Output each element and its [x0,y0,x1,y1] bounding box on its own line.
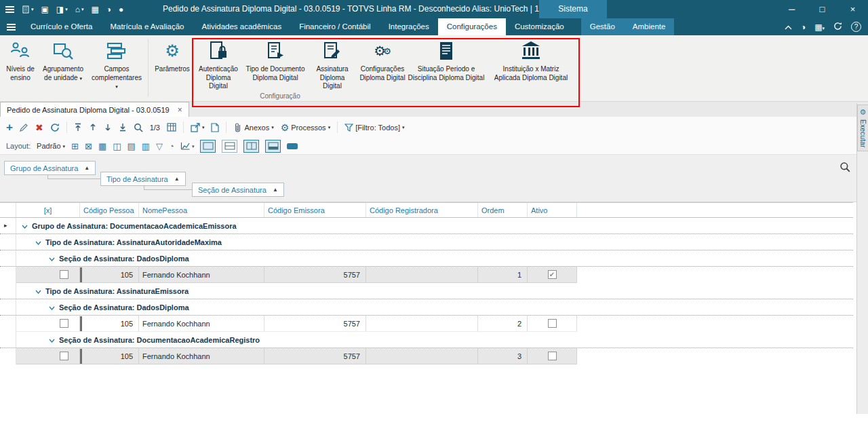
totvs-logo-icon[interactable]: ◑ [801,22,806,32]
tab-gestao[interactable]: Gestão [581,18,624,35]
panels-layout-icon[interactable]: ▦▾ [814,22,825,32]
cell-codigo-emissora[interactable]: 5757 [264,348,366,364]
table-row[interactable]: 105 Fernando Kochhann 5757 3 [0,348,853,364]
collapse-group-icon[interactable] [49,303,55,312]
row-select-cell[interactable] [16,316,80,332]
executar-panel-tab[interactable]: ⚙ Executar [857,105,868,151]
ribbon-button-agrupamento-unidade[interactable]: Agrupamento de unidade ▾ [39,39,87,82]
previous-record-button[interactable] [89,123,97,132]
system-menu-icon[interactable] [0,18,22,35]
column-header-nome-pessoa[interactable]: NomePessoa [139,203,264,217]
group-row[interactable]: Tipo de Assinatura: AssinaturaEmissora [0,283,853,299]
ribbon-button-situacao-periodo-disciplina[interactable]: Situação Periodo e Disciplina Diploma Di… [406,39,487,82]
column-header-codigo-emissora[interactable]: Código Emissora [264,203,366,217]
document-tab[interactable]: Pedido de Assinatura Diploma Digital - 0… [0,102,189,117]
ribbon-button-instituicao-matriz[interactable]: Instituição x Matriz Aplicada Diploma Di… [490,39,572,82]
group-row[interactable]: ▸ Grupo de Assinatura: DocumentacaoAcade… [0,218,853,234]
tab-curriculo-oferta[interactable]: Currículo e Oferta [22,18,101,35]
ribbon-button-campos-complementares[interactable]: Campos complementares ▾ [90,39,144,91]
cell-ordem[interactable]: 3 [478,348,528,364]
apps-menu-icon[interactable] [5,5,14,14]
ribbon-button-niveis-ensino[interactable]: Níveis de ensino [3,39,37,82]
group-row[interactable]: Seção de Assinatura: DadosDiploma [0,299,853,316]
group-row[interactable]: Seção de Assinatura: DadosDiploma [0,250,853,267]
sync-icon[interactable] [833,22,842,33]
group-chip-tipo-assinatura[interactable]: Tipo de Assinatura ▲ [100,172,186,186]
export-button[interactable]: ▾ [191,123,205,132]
ribbon-button-autenticacao-diploma[interactable]: Autenticação Diploma Digital [196,39,241,91]
column-header-codigo-registradora[interactable]: Código Registradora [366,203,478,217]
pie-view-icon[interactable]: ◔ [169,142,174,151]
card-view-icon[interactable] [287,143,298,149]
cell-nome-pessoa[interactable]: Fernando Kochhann [139,316,264,332]
group-chip-secao-assinatura[interactable]: Seção de Assinatura ▲ [192,183,284,197]
view-bottom-pane-button[interactable] [265,140,281,153]
collapse-group-icon[interactable] [49,255,55,263]
group-row[interactable]: Seção de Assinatura: DocumentacaoAcademi… [0,332,853,348]
cell-nome-pessoa[interactable]: Fernando Kochhann [139,348,264,364]
chart-view-button[interactable]: ▾ [180,142,195,150]
schedule-icon[interactable]: ▦ [91,5,98,14]
maximize-button[interactable]: □ [807,0,837,18]
add-layout-icon[interactable]: ⊞ [71,142,79,151]
cell-ordem[interactable]: 1 [478,267,528,283]
cell-codigo-pessoa[interactable]: 105 [80,348,139,364]
cell-ordem[interactable]: 2 [478,316,528,332]
add-record-button[interactable]: + [6,121,13,133]
delete-record-button[interactable]: ✖ [35,123,43,132]
collapse-group-icon[interactable] [35,287,41,295]
columns-layout-icon[interactable]: ▥ [142,142,150,151]
minimize-button[interactable]: ─ [776,0,807,18]
cell-ativo[interactable] [528,316,577,332]
tab-matricula-avaliacao[interactable]: Matrícula e Avaliação [101,18,193,35]
tab-integracoes[interactable]: Integrações [380,18,438,35]
home-icon[interactable]: ⌂▾ [75,5,84,14]
close-button[interactable]: × [837,0,868,18]
ribbon-button-tipo-documento-diploma[interactable]: Tipo de Documento Diploma Digital [243,39,308,82]
edit-record-button[interactable] [20,123,28,132]
split-panel-icon[interactable]: ◫ [113,142,121,151]
row-checkbox[interactable] [60,319,68,328]
column-header-ordem[interactable]: Ordem [478,203,528,217]
sort-ascending-icon[interactable]: ▲ [174,176,180,182]
theme-contrast-icon[interactable]: ◑ [106,5,111,14]
close-tab-icon[interactable]: × [178,105,182,115]
cell-ativo[interactable]: ✔ [528,267,577,283]
collapse-ribbon-icon[interactable] [785,22,792,32]
cell-codigo-registradora[interactable] [366,267,478,283]
grid-view-button[interactable] [167,123,176,132]
cell-ativo[interactable] [528,348,577,364]
status-circle-icon[interactable]: ● [119,5,123,14]
cell-nome-pessoa[interactable]: Fernando Kochhann [139,267,264,283]
layout-preset-dropdown[interactable]: Padrão ▾ [37,142,65,150]
view-split-vertical-button[interactable] [243,140,259,153]
cell-codigo-emissora[interactable]: 5757 [264,316,366,332]
column-header-codigo-pessoa[interactable]: Código Pessoa [80,203,139,217]
tab-customizacao[interactable]: Customização [506,18,573,35]
cell-codigo-registradora[interactable] [366,316,478,332]
table-row[interactable]: 105 Fernando Kochhann 5757 2 [0,316,853,332]
help-icon[interactable]: ? [851,22,861,32]
cell-codigo-registradora[interactable] [366,348,478,364]
report-button[interactable] [211,123,219,132]
group-chip-grupo-assinatura[interactable]: Grupo de Assinatura ▲ [4,161,96,175]
row-checkbox[interactable] [60,352,68,360]
tab-financeiro-contabil[interactable]: Financeiro / Contábil [290,18,379,35]
ativo-checkbox[interactable] [548,319,557,328]
documents-icon[interactable]: ▣ [41,5,49,14]
collapse-group-icon[interactable] [49,336,55,344]
collapse-group-icon[interactable] [22,222,28,230]
cell-codigo-pessoa[interactable]: 105 [80,267,139,283]
first-record-button[interactable] [74,123,82,132]
filtro-button[interactable]: [Filtro: Todos] ▾ [344,124,404,132]
refresh-button[interactable] [50,123,60,132]
row-select-cell[interactable] [16,348,80,364]
delete-layout-icon[interactable]: ⊠ [85,142,92,151]
row-checkbox[interactable] [60,270,68,279]
collapse-group-icon[interactable] [35,238,41,246]
search-record-button[interactable] [134,123,143,132]
group-row[interactable]: Tipo de Assinatura: AssinaturaAutoridade… [0,234,853,250]
rows-layout-icon[interactable]: ▤ [127,142,136,151]
organization-icon[interactable]: ▾ [22,5,34,14]
tab-atividades-academicas[interactable]: Atividades acadêmicas [193,18,291,35]
